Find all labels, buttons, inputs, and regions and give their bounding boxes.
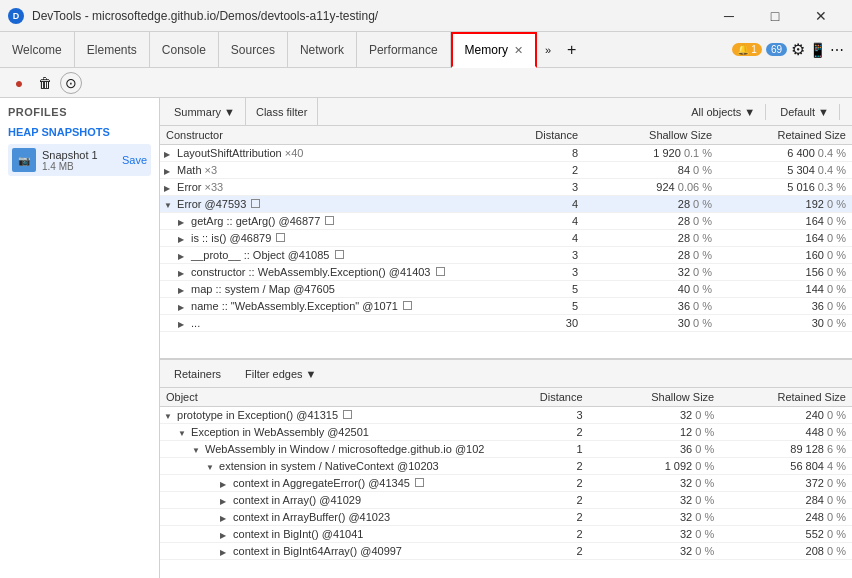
snapshot-save-button[interactable]: Save bbox=[122, 154, 147, 166]
list-item[interactable]: ▼ WebAssembly in Window / microsoftedge.… bbox=[160, 441, 523, 458]
bottom-table: Object Distance Shallow Size Retained Si… bbox=[160, 388, 852, 560]
filter-edges-dropdown-icon: ▼ bbox=[306, 368, 317, 380]
tab-network[interactable]: Network bbox=[288, 32, 357, 67]
table-row[interactable]: ▶ constructor :: WebAssembly.Exception()… bbox=[160, 264, 517, 281]
list-item[interactable]: ▼ Exception in WebAssembly @42501 bbox=[160, 424, 523, 441]
list-item[interactable]: ▼ extension in system / NativeContext @1… bbox=[160, 458, 523, 475]
default-dropdown-icon: ▼ bbox=[818, 106, 829, 118]
close-button[interactable]: ✕ bbox=[798, 0, 844, 32]
filter-edges-button[interactable]: Filter edges ▼ bbox=[235, 360, 326, 387]
list-item[interactable]: ▼ prototype in Exception() @41315 bbox=[160, 407, 523, 424]
bottom-cell-retained: 248 0 % bbox=[720, 509, 852, 526]
list-item[interactable]: ▶ context in ArrayBuffer() @41023 bbox=[160, 509, 523, 526]
bottom-table-container: Object Distance Shallow Size Retained Si… bbox=[160, 388, 852, 578]
maximize-button[interactable]: □ bbox=[752, 0, 798, 32]
table-cell-retained: 30 0 % bbox=[718, 315, 852, 332]
table-cell-shallow: 1 920 0.1 % bbox=[584, 145, 718, 162]
tab-add-button[interactable]: + bbox=[559, 32, 584, 67]
table-cell-shallow: 924 0.06 % bbox=[584, 179, 718, 196]
bottom-cell-shallow: 1 092 0 % bbox=[589, 458, 721, 475]
profiles-label: Profiles bbox=[8, 106, 151, 118]
minimize-button[interactable]: ─ bbox=[706, 0, 752, 32]
tab-performance[interactable]: Performance bbox=[357, 32, 451, 67]
main-toolbar: ● 🗑 ⊙ bbox=[0, 68, 852, 98]
table-row[interactable]: ▶ LayoutShiftAttribution ×40 bbox=[160, 145, 517, 162]
col-retained-b: Retained Size bbox=[720, 388, 852, 407]
bottom-cell-shallow: 32 0 % bbox=[589, 543, 721, 560]
warning-badge: 🔔 1 bbox=[732, 43, 762, 56]
table-cell-retained: 160 0 % bbox=[718, 247, 852, 264]
bottom-cell-retained: 448 0 % bbox=[720, 424, 852, 441]
bottom-cell-shallow: 32 0 % bbox=[589, 526, 721, 543]
table-row[interactable]: ▶ name :: "WebAssembly.Exception" @1071 bbox=[160, 298, 517, 315]
table-cell-distance: 3 bbox=[517, 264, 584, 281]
retainers-button[interactable]: Retainers bbox=[164, 360, 231, 387]
bottom-cell-shallow: 32 0 % bbox=[589, 475, 721, 492]
bottom-cell-distance: 3 bbox=[523, 407, 589, 424]
tab-bar: Welcome Elements Console Sources Network… bbox=[0, 32, 852, 68]
record-button[interactable]: ● bbox=[8, 72, 30, 94]
table-row[interactable]: ▼ Error @47593 bbox=[160, 196, 517, 213]
col-object: Object bbox=[160, 388, 523, 407]
bottom-cell-retained: 552 0 % bbox=[720, 526, 852, 543]
list-item[interactable]: ▶ context in AggregateError() @41345 bbox=[160, 475, 523, 492]
table-row[interactable]: ▶ Math ×3 bbox=[160, 162, 517, 179]
table-cell-retained: 164 0 % bbox=[718, 213, 852, 230]
summary-button[interactable]: Summary ▼ bbox=[164, 98, 246, 125]
list-item[interactable]: ▶ context in BigInt() @41041 bbox=[160, 526, 523, 543]
table-cell-shallow: 28 0 % bbox=[584, 247, 718, 264]
bottom-cell-distance: 2 bbox=[523, 475, 589, 492]
bottom-cell-retained: 240 0 % bbox=[720, 407, 852, 424]
table-cell-retained: 36 0 % bbox=[718, 298, 852, 315]
title-bar-text: DevTools - microsoftedge.github.io/Demos… bbox=[32, 9, 698, 23]
table-row[interactable]: ▶ ... bbox=[160, 315, 517, 332]
toolbar-right: All objects ▼ Default ▼ bbox=[673, 104, 848, 120]
table-row[interactable]: ▶ __proto__ :: Object @41085 bbox=[160, 247, 517, 264]
bottom-cell-retained: 372 0 % bbox=[720, 475, 852, 492]
col-retained-size: Retained Size bbox=[718, 126, 852, 145]
bottom-cell-distance: 2 bbox=[523, 424, 589, 441]
table-cell-shallow: 32 0 % bbox=[584, 264, 718, 281]
bottom-cell-distance: 1 bbox=[523, 441, 589, 458]
bottom-cell-retained: 208 0 % bbox=[720, 543, 852, 560]
bottom-cell-distance: 2 bbox=[523, 458, 589, 475]
all-objects-button[interactable]: All objects ▼ bbox=[681, 104, 766, 120]
tab-memory[interactable]: Memory ✕ bbox=[451, 32, 537, 68]
upper-table: Constructor Distance Shallow Size Retain… bbox=[160, 126, 852, 332]
bottom-cell-shallow: 32 0 % bbox=[589, 509, 721, 526]
snapshot-size: 1.4 MB bbox=[42, 161, 116, 172]
snapshot-info: Snapshot 1 1.4 MB bbox=[42, 149, 116, 172]
col-constructor: Constructor bbox=[160, 126, 517, 145]
default-button[interactable]: Default ▼ bbox=[770, 104, 840, 120]
class-filter-button[interactable]: Class filter bbox=[246, 98, 318, 125]
summary-dropdown-icon: ▼ bbox=[224, 106, 235, 118]
tab-welcome[interactable]: Welcome bbox=[0, 32, 75, 67]
title-bar: D DevTools - microsoftedge.github.io/Dem… bbox=[0, 0, 852, 32]
tab-memory-close[interactable]: ✕ bbox=[514, 44, 523, 57]
tab-more-button[interactable]: » bbox=[537, 32, 559, 67]
table-row[interactable]: ▶ Error ×33 bbox=[160, 179, 517, 196]
bottom-cell-retained: 284 0 % bbox=[720, 492, 852, 509]
tab-sources[interactable]: Sources bbox=[219, 32, 288, 67]
settings-icon[interactable]: ⚙ bbox=[791, 40, 805, 59]
tab-console[interactable]: Console bbox=[150, 32, 219, 67]
table-row[interactable]: ▶ is :: is() @46879 bbox=[160, 230, 517, 247]
col-shallow-b: Shallow Size bbox=[589, 388, 721, 407]
more-icon[interactable]: ⋯ bbox=[830, 42, 844, 58]
snapshot-item[interactable]: 📷 Snapshot 1 1.4 MB Save bbox=[8, 144, 151, 176]
table-cell-shallow: 28 0 % bbox=[584, 213, 718, 230]
clear-button[interactable]: 🗑 bbox=[34, 72, 56, 94]
device-icon[interactable]: 📱 bbox=[809, 42, 826, 58]
table-cell-retained: 192 0 % bbox=[718, 196, 852, 213]
table-row[interactable]: ▶ map :: system / Map @47605 bbox=[160, 281, 517, 298]
list-item[interactable]: ▶ context in BigInt64Array() @40997 bbox=[160, 543, 523, 560]
tab-elements[interactable]: Elements bbox=[75, 32, 150, 67]
bottom-cell-retained: 89 128 6 % bbox=[720, 441, 852, 458]
record-all-button[interactable]: ⊙ bbox=[60, 72, 82, 94]
table-row[interactable]: ▶ getArg :: getArg() @46877 bbox=[160, 213, 517, 230]
toolbar-icons: ● 🗑 ⊙ bbox=[8, 72, 82, 94]
notification-badge: 69 bbox=[766, 43, 787, 56]
list-item[interactable]: ▶ context in Array() @41029 bbox=[160, 492, 523, 509]
bottom-cell-shallow: 36 0 % bbox=[589, 441, 721, 458]
bottom-cell-distance: 2 bbox=[523, 543, 589, 560]
